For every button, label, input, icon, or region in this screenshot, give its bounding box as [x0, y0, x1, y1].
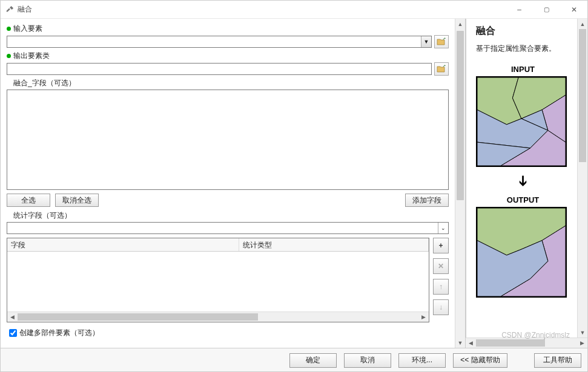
scroll-right-icon[interactable]: ▶ [577, 340, 587, 346]
move-up-button[interactable]: ↑ [433, 279, 449, 295]
dialog-footer: 确定 取消 环境... << 隐藏帮助 工具帮助 [1, 348, 587, 372]
browse-input-button[interactable] [434, 35, 449, 48]
output-class-label: 输出要素类 [13, 51, 50, 61]
scroll-down-icon[interactable]: ▼ [578, 327, 587, 338]
stats-field-label: 统计字段（可选） [13, 210, 71, 221]
vertical-scrollbar[interactable]: ▲ ▼ [455, 19, 465, 348]
folder-open-icon [437, 65, 446, 73]
scroll-left-icon[interactable]: ◀ [7, 314, 18, 320]
scroll-down-icon[interactable]: ▼ [455, 338, 465, 348]
col-field-header: 字段 [7, 238, 239, 251]
scroll-thumb[interactable] [579, 29, 586, 162]
remove-row-button[interactable]: ✕ [433, 258, 449, 274]
stats-table[interactable]: 字段 统计类型 ◀ ▶ [7, 238, 429, 322]
add-field-button[interactable]: 添加字段 [405, 194, 449, 207]
folder-open-icon [437, 38, 446, 46]
dissolve-fields-label: 融合_字段（可选） [13, 78, 76, 88]
multipart-label: 创建多部件要素（可选） [19, 328, 99, 337]
scroll-thumb[interactable] [18, 313, 258, 321]
minimize-button[interactable]: – [506, 1, 533, 18]
input-features-combo[interactable]: ▼ [7, 36, 432, 48]
close-button[interactable]: ✕ [560, 1, 587, 18]
tool-help-button[interactable]: 工具帮助 [534, 353, 581, 368]
scroll-up-icon[interactable]: ▲ [578, 19, 587, 29]
scroll-left-icon[interactable]: ◀ [466, 340, 476, 346]
horizontal-scrollbar[interactable]: ◀ ▶ [7, 312, 429, 322]
stats-field-input[interactable] [7, 223, 438, 233]
maximize-button[interactable]: ▢ [533, 1, 560, 18]
help-title: 融合 [476, 25, 570, 38]
multipart-checkbox[interactable] [9, 329, 17, 337]
input-features-input[interactable] [7, 36, 421, 47]
dissolve-fields-list[interactable] [7, 90, 449, 190]
help-vertical-scrollbar[interactable]: ▲ ▼ [577, 19, 587, 338]
required-dot-icon [7, 54, 11, 58]
scroll-thumb[interactable] [457, 31, 464, 200]
environments-button[interactable]: 环境... [398, 353, 446, 368]
deselect-all-button[interactable]: 取消全选 [55, 194, 99, 207]
input-features-label: 输入要素 [13, 24, 42, 34]
help-panel: 融合 基于指定属性聚合要素。 INPUT ➔ .arrow-down{trans… [466, 19, 577, 338]
scroll-up-icon[interactable]: ▲ [455, 19, 465, 29]
diagram-input-label: INPUT [476, 65, 570, 74]
arrow-down-icon: ↓ [439, 303, 443, 312]
output-class-input[interactable] [7, 63, 432, 75]
scroll-right-icon[interactable]: ▶ [418, 314, 429, 320]
col-stat-header: 统计类型 [239, 238, 429, 251]
add-row-button[interactable]: + [433, 238, 449, 253]
arrow-up-icon: ↑ [439, 282, 443, 291]
help-horizontal-scrollbar[interactable]: ◀ ▶ [466, 338, 587, 348]
stats-field-combo[interactable]: ⌄ [7, 222, 449, 234]
browse-output-button[interactable] [434, 62, 449, 76]
move-down-button[interactable]: ↓ [433, 299, 449, 315]
ok-button[interactable]: 确定 [289, 353, 337, 368]
dropdown-icon[interactable]: ⌄ [438, 223, 448, 233]
parameter-form: 输入要素 ▼ 输出要素类 融合_字段 [1, 19, 455, 348]
hammer-icon [5, 5, 14, 14]
required-dot-icon [7, 27, 11, 31]
x-icon: ✕ [438, 262, 444, 270]
scroll-thumb[interactable] [476, 339, 545, 347]
help-description: 基于指定属性聚合要素。 [476, 44, 570, 54]
cancel-button[interactable]: 取消 [344, 353, 391, 368]
dropdown-icon[interactable]: ▼ [421, 36, 431, 47]
select-all-button[interactable]: 全选 [7, 194, 50, 207]
title-bar: 融合 – ▢ ✕ [1, 1, 587, 19]
plus-icon: + [438, 241, 443, 250]
hide-help-button[interactable]: << 隐藏帮助 [453, 353, 507, 368]
window-title: 融合 [18, 4, 506, 15]
arrow-down-icon: ➔ [515, 134, 532, 228]
